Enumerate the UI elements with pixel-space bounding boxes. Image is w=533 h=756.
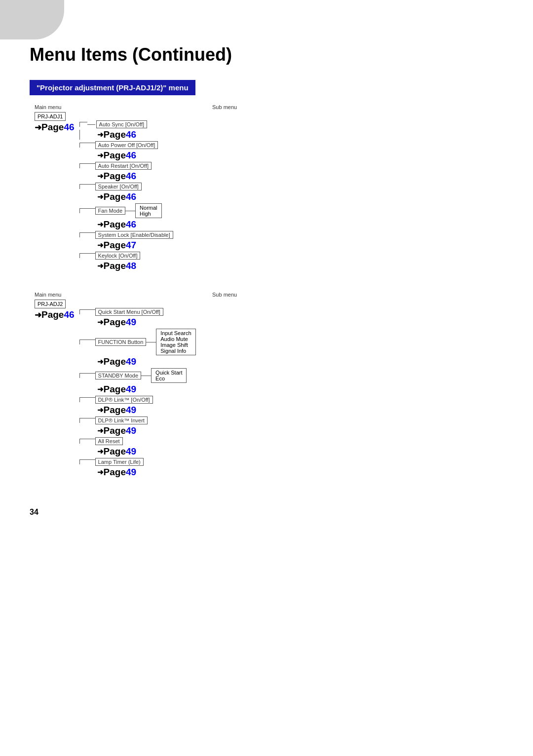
func-signal-info: Signal Info (160, 348, 191, 354)
fan-mode-sub2: Normal High (135, 203, 161, 218)
page-link-fan: ➜ Page 46 (97, 219, 173, 230)
page-auto-restart: Page (104, 171, 126, 182)
pagenum-auto-restart: 46 (126, 171, 136, 182)
arrow-speaker: ➜ (97, 192, 104, 201)
page-link-auto-power: ➜ Page 46 (97, 150, 173, 161)
arrow-dlp: ➜ (97, 406, 104, 415)
submenu-adj2-item-1: Quick Start Menu [On/Off] (79, 308, 196, 316)
submenu-item-1: Auto Sync [On/Off] (79, 120, 173, 128)
pagenum-syslock: 47 (126, 240, 136, 251)
prj-adj1-submenus: Auto Sync [On/Off] ➜ Page 46 Auto Power … (79, 120, 173, 272)
sub-menu-label-1: Sub menu (212, 104, 237, 110)
prj-adj1-main: PRJ-ADJ1 ➜ Page 46 (35, 112, 75, 133)
arrow-allreset: ➜ (97, 447, 104, 456)
arrow-dlp-inv: ➜ (97, 426, 104, 435)
page-link-lamp: ➜ Page 49 (97, 467, 196, 478)
submenu-adj2-item-2: FUNCTION Button Input Search Audio Mute … (79, 329, 196, 355)
page-link-auto-sync: ➜ Page 46 (79, 129, 173, 140)
submenu-adj2-item-5: DLP® Link™ Invert (79, 416, 196, 424)
page-link-qs: ➜ Page 49 (97, 317, 196, 328)
auto-restart-label: Auto Restart [On/Off] (95, 162, 152, 170)
page-footer: 34 (30, 508, 503, 517)
arrow-syslock: ➜ (97, 241, 104, 250)
arrow-qs: ➜ (97, 318, 104, 327)
page-auto-sync: Page (104, 129, 126, 140)
pagenum-fan: 46 (126, 219, 136, 230)
keylock-label: Keylock [On/Off] (95, 252, 141, 260)
arrow-func: ➜ (97, 357, 104, 366)
pagenum-dlp-inv: 49 (126, 425, 136, 436)
sub-menu-label-2: Sub menu (212, 292, 237, 298)
prj-adj2-main: PRJ-ADJ2 ➜ Page 46 (35, 300, 75, 320)
page-auto-power: Page (104, 150, 126, 161)
pagenum-keylock: 48 (126, 261, 136, 271)
pagenum-auto-power: 46 (126, 150, 136, 161)
standby-sub2: Quick Start Eco (151, 368, 187, 383)
lamp-timer-label: Lamp Timer (Life) (95, 458, 144, 466)
prj-adj1-section: Main menu Sub menu PRJ-ADJ1 ➜ Page 46 Au… (30, 104, 503, 272)
arrow-fan: ➜ (97, 220, 104, 229)
dlp-invert-label: DLP® Link™ Invert (95, 416, 148, 424)
page-link-syslock: ➜ Page 47 (97, 240, 173, 251)
quick-start-menu-label: Quick Start Menu [On/Off] (95, 308, 163, 316)
all-reset-label: All Reset (95, 437, 123, 445)
page-qs: Page (104, 317, 126, 328)
pagenum-func: 49 (126, 356, 136, 367)
submenu-adj2-item-3: STANDBY Mode Quick Start Eco (79, 368, 196, 383)
prj-adj2-box: PRJ-ADJ2 (35, 300, 66, 308)
page-link-keylock: ➜ Page 48 (97, 261, 173, 271)
pagenum-lamp: 49 (126, 467, 136, 478)
pagenum-speaker: 46 (126, 191, 136, 202)
page-speaker: Page (104, 191, 126, 202)
page-num-left-1: 46 (64, 122, 74, 133)
corner-decoration (0, 0, 64, 39)
prj-adj1-diagram: PRJ-ADJ1 ➜ Page 46 Auto Sync [On/Off] (35, 112, 503, 272)
arrow-standby: ➜ (97, 385, 104, 394)
prj-adj2-diagram: PRJ-ADJ2 ➜ Page 46 Quick Start Menu [On/… (35, 300, 503, 478)
func-input-search: Input Search (160, 330, 191, 336)
arrow-keylock: ➜ (97, 262, 104, 270)
func-image-shift: Image Shift (160, 342, 191, 348)
auto-power-off-label: Auto Power Off [On/Off] (95, 141, 158, 149)
prj-adj1-box: PRJ-ADJ1 (35, 112, 66, 121)
page-keylock: Page (104, 261, 126, 271)
standby-qs: Quick Start (155, 370, 182, 376)
page-standby: Page (104, 384, 126, 395)
page-syslock: Page (104, 240, 126, 251)
speaker-label: Speaker [On/Off] (95, 183, 142, 190)
page-func: Page (104, 356, 126, 367)
main-menu-label-1: Main menu (35, 104, 114, 110)
page-link-speaker: ➜ Page 46 (97, 191, 173, 202)
arrow-auto-power: ➜ (97, 151, 104, 160)
pagenum-allreset: 49 (126, 446, 136, 457)
page-num-left-2: 46 (64, 309, 74, 320)
prj-adj2-section: Main menu Sub menu PRJ-ADJ2 ➜ Page 46 Qu… (30, 292, 503, 478)
submenu-item-5: Fan Mode Normal High (79, 203, 173, 218)
fan-mode-high: High (140, 211, 157, 217)
page-link-dlp: ➜ Page 49 (97, 405, 196, 416)
system-lock-label: System Lock [Enable/Disable] (95, 231, 173, 239)
page-dlp: Page (104, 405, 126, 416)
arrow-left-2: ➜ (35, 310, 41, 320)
page-link-allreset: ➜ Page 49 (97, 446, 196, 457)
standby-eco: Eco (155, 376, 182, 381)
arrow-lamp: ➜ (97, 468, 104, 477)
page-dlp-inv: Page (104, 425, 126, 436)
pagenum-dlp: 49 (126, 405, 136, 416)
submenu-item-7: Keylock [On/Off] (79, 252, 173, 260)
prj-adj2-submenus: Quick Start Menu [On/Off] ➜ Page 49 FUNC… (79, 307, 196, 478)
submenu-item-6: System Lock [Enable/Disable] (79, 231, 173, 239)
page-link-standby: ➜ Page 49 (97, 384, 196, 395)
page-allreset: Page (104, 446, 126, 457)
submenu-item-2: Auto Power Off [On/Off] (79, 141, 173, 149)
main-menu-label-2: Main menu (35, 292, 114, 298)
pagenum-auto-sync: 46 (126, 129, 136, 140)
submenu-item-4: Speaker [On/Off] (79, 183, 173, 190)
pagenum-standby: 49 (126, 384, 136, 395)
page-link-auto-restart: ➜ Page 46 (97, 171, 173, 182)
function-btn-label: FUNCTION Button (95, 338, 147, 346)
auto-sync-label: Auto Sync [On/Off] (96, 120, 148, 128)
arrow-auto-sync: ➜ (97, 130, 104, 139)
submenu-item-3: Auto Restart [On/Off] (79, 162, 173, 170)
function-btn-sub2: Input Search Audio Mute Image Shift Sign… (156, 329, 195, 355)
